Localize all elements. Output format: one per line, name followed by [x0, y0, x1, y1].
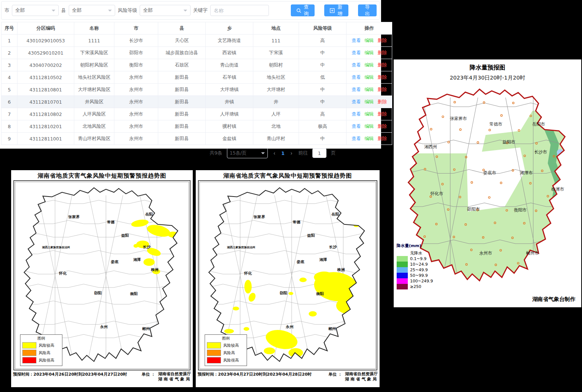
city-label: 永州 [100, 325, 108, 329]
risk-level-filter-select[interactable]: 全部 [140, 5, 190, 16]
chevron-down-icon [108, 10, 112, 12]
search-button[interactable]: 查询 [291, 4, 315, 16]
view-link[interactable]: 查看 [352, 87, 361, 92]
city-label: 长沙 [329, 245, 337, 249]
city-label: 怀化 [244, 271, 252, 275]
table-row[interactable]: 543112810801大坪塘村风险区永州市新田县大坪塘镇大坪塘村中查看编辑删除 [1, 84, 392, 96]
legend-label: 风险高 [223, 350, 235, 356]
delete-link[interactable]: 删除 [378, 111, 387, 117]
delete-link[interactable]: 删除 [378, 123, 387, 129]
view-link[interactable]: 查看 [352, 111, 361, 117]
city-label: 长沙市 [534, 149, 547, 155]
edit-link[interactable]: 编辑 [365, 62, 374, 68]
legend-item: 25~49.9 [397, 267, 433, 273]
city-filter-value: 全部 [15, 7, 25, 14]
county-filter-label: 县 [61, 7, 66, 14]
keyword-input[interactable] [210, 5, 269, 16]
table-cell: 430529010201 [17, 47, 74, 59]
delete-link[interactable]: 删除 [378, 62, 387, 68]
station-dot [436, 263, 438, 265]
legend-swatch [397, 250, 408, 256]
city-label: 岳阳 [331, 213, 339, 217]
view-link[interactable]: 查看 [352, 50, 361, 55]
column-header: 地点 [253, 22, 299, 35]
edit-link[interactable]: 编辑 [365, 38, 374, 43]
delete-link[interactable]: 删除 [378, 87, 387, 92]
legend-swatch [397, 284, 408, 289]
table-row[interactable]: 743112810802人坪风险区永州市新田县人坪塘镇人坪高查看编辑删除 [1, 108, 392, 120]
current-page[interactable]: 1 [281, 150, 285, 156]
city-filter-select[interactable]: 全部 [12, 5, 59, 16]
view-link[interactable]: 查看 [352, 99, 361, 104]
legend-item: 风险较高 [22, 342, 60, 349]
add-button-label: 新增 [337, 4, 343, 17]
city-label: 衡阳 [130, 292, 138, 296]
actions-cell: 查看编辑删除 [347, 84, 392, 96]
legend-swatch [397, 267, 408, 273]
table-cell: 极高 [299, 120, 347, 133]
edit-link[interactable]: 编辑 [365, 136, 374, 141]
county-filter-value: 全部 [72, 7, 82, 14]
table-row[interactable]: 843112810201北地风险区永州市新田县骥村镇北地极高查看编辑删除 [1, 120, 392, 133]
legend-label: 10~24.9 [410, 262, 428, 267]
plus-square-icon [330, 8, 335, 13]
view-link[interactable]: 查看 [352, 38, 361, 43]
table-row[interactable]: 943112811001青山坪村风险区永州市新田县金盆镇青山坪村中查看编辑删除 [1, 133, 392, 145]
delete-link[interactable]: 删除 [378, 99, 387, 104]
table-cell: 中 [299, 47, 347, 59]
legend-item: ≥250 [397, 284, 433, 289]
table-row[interactable]: 2430529010201下宋溪风险区邵阳市城步苗族自治县西岩镇下宋溪中查看编辑… [1, 47, 392, 59]
table-row[interactable]: 143010290100531111长沙市天心区文艺路街道111高查看编辑删除 [1, 35, 392, 47]
delete-link[interactable]: 删除 [378, 74, 387, 80]
city-label: 常德市 [490, 121, 503, 126]
edit-link[interactable]: 编辑 [365, 50, 374, 55]
view-link[interactable]: 查看 [352, 74, 361, 80]
delete-link[interactable]: 删除 [378, 38, 387, 43]
view-link[interactable]: 查看 [352, 136, 361, 141]
city-label: 岳阳市 [532, 121, 545, 126]
edit-link[interactable]: 编辑 [365, 111, 374, 117]
forecast-time: 预报时间：2023年04月27日20时到2023年04月28日20时 [198, 372, 312, 382]
table-cell: 西岩镇 [206, 47, 253, 59]
next-page-button[interactable]: › [289, 150, 294, 156]
table-row[interactable]: 443112810502地头社区风险区永州市新田县石羊镇地头社区低查看编辑删除 [1, 71, 392, 84]
goto-page-input[interactable] [312, 148, 326, 158]
edit-link[interactable]: 编辑 [365, 99, 374, 104]
table-cell: 地头社区 [253, 71, 299, 84]
legend-item: 风险高 [22, 350, 60, 356]
edit-link[interactable]: 编辑 [365, 87, 374, 92]
table-row[interactable]: 643112810701井风险区永州市新田县井镇井中查看编辑删除 [1, 96, 392, 108]
table-cell: 8 [1, 120, 17, 133]
table-cell: 新田县 [158, 84, 206, 96]
city-label: 娄底 [297, 260, 305, 264]
edit-link[interactable]: 编辑 [365, 74, 374, 80]
view-link[interactable]: 查看 [352, 123, 361, 129]
delete-link[interactable]: 删除 [378, 136, 387, 141]
prev-page-button[interactable]: ‹ [272, 150, 277, 156]
add-button[interactable]: 新增 [324, 4, 348, 16]
chevron-down-icon [52, 10, 55, 12]
table-cell: 天心区 [158, 35, 206, 47]
table-cell: 2 [1, 47, 17, 59]
export-button[interactable]: 导出 [358, 4, 377, 16]
delete-link[interactable]: 删除 [378, 50, 387, 55]
toolbar: 查询 新增 导出 [291, 4, 377, 16]
table-cell: 43040700202 [17, 59, 74, 71]
column-header: 风险等级 [299, 22, 347, 35]
county-filter-select[interactable]: 全部 [69, 5, 116, 16]
city-label: 湘潭市 [520, 170, 533, 175]
unit-line1: 湖南省自然资源厅 [158, 372, 191, 377]
table-cell: 永州市 [114, 133, 158, 145]
page-size-select[interactable]: 15条/页 [227, 148, 268, 158]
actions-cell: 查看编辑删除 [347, 71, 392, 84]
column-header: 操作 [347, 22, 392, 35]
keyword-filter-label: 关键字 [193, 7, 208, 14]
legend-label: 0.1~9.9 [410, 256, 426, 261]
screen: 市 全部 县 全部 风险等级 全部 关键字 [0, 0, 582, 392]
edit-link[interactable]: 编辑 [365, 123, 374, 129]
table-row[interactable]: 343040700202朝阳村风险区衡阳市石鼓区青山街道朝阳村中查看编辑删除 [1, 59, 392, 71]
table-cell: 1111 [74, 35, 114, 47]
filter-bar: 市 全部 县 全部 风险等级 全部 关键字 [1, 1, 380, 20]
view-link[interactable]: 查看 [352, 62, 361, 68]
chevron-down-icon [183, 10, 187, 12]
